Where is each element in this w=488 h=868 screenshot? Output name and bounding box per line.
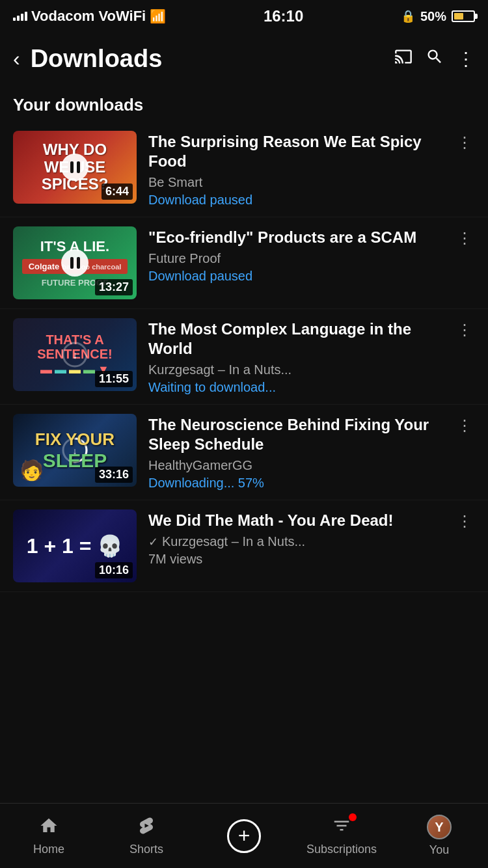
item-status-spicy: Download paused	[148, 193, 442, 208]
thumbnail-eco[interactable]: IT'S A LIE. Colgate bamboo charcoal FUTU…	[13, 226, 137, 299]
time-display: 16:10	[264, 7, 303, 25]
signal-icon	[13, 12, 27, 21]
shorts-icon	[137, 816, 156, 839]
add-icon: +	[227, 819, 261, 853]
item-info-eco: "Eco-friendly" Products are a SCAM Futur…	[148, 226, 442, 284]
thumbnail-language[interactable]: THAT'S A SENTENCE! ▬ ▬ ▬ ▬ ▼ ↓ 11:55	[13, 318, 137, 391]
item-channel-spicy: Be Smart	[148, 175, 442, 190]
download-item-spicy: WHY DOWE USESPICES? 6:44 The Surprising …	[0, 122, 488, 217]
item-menu-sleep[interactable]: ⋮	[454, 414, 475, 437]
thumbnail-spicy[interactable]: WHY DOWE USESPICES? 6:44	[13, 131, 137, 204]
item-status-math: 7M views	[148, 552, 442, 567]
duration-math: 10:16	[95, 562, 133, 578]
item-menu-spicy[interactable]: ⋮	[454, 131, 475, 154]
item-info-sleep: The Neuroscience Behind Fixing Your Slee…	[148, 414, 442, 491]
pause-button-eco[interactable]	[61, 249, 88, 277]
item-channel-language: Kurzgesagt – In a Nuts...	[148, 362, 442, 377]
item-channel-eco: Future Proof	[148, 251, 442, 266]
status-right: 🔒 50%	[401, 9, 475, 24]
item-menu-eco[interactable]: ⋮	[454, 226, 475, 250]
download-list: WHY DOWE USESPICES? 6:44 The Surprising …	[0, 122, 488, 657]
nav-subscriptions-label: Subscriptions	[306, 843, 377, 856]
search-button[interactable]	[426, 47, 444, 70]
header-icons: ⋮	[394, 47, 475, 70]
lock-icon: 🔒	[401, 9, 415, 23]
header: ‹ Downloads ⋮	[0, 33, 488, 85]
user-avatar: Y	[427, 815, 452, 839]
nav-you[interactable]: Y You	[390, 804, 488, 868]
item-menu-language[interactable]: ⋮	[454, 318, 475, 342]
status-bar: Vodacom VoWiFi 📶 16:10 🔒 50%	[0, 0, 488, 33]
nav-home-label: Home	[33, 843, 64, 856]
item-title-math: We Did The Math - You Are Dead!	[148, 511, 442, 530]
item-title-language: The Most Complex Language in the World	[148, 319, 442, 359]
verified-icon: ✓	[148, 535, 158, 549]
carrier-label: Vodacom VoWiFi	[31, 8, 146, 25]
nav-home[interactable]: Home	[0, 804, 98, 868]
item-menu-math[interactable]: ⋮	[454, 509, 475, 533]
duration-eco: 13:27	[95, 279, 133, 295]
pause-button-spicy[interactable]	[61, 154, 88, 181]
page-title: Downloads	[31, 45, 394, 73]
back-button[interactable]: ‹	[13, 47, 20, 71]
wifi-icon: 📶	[150, 8, 166, 24]
item-status-eco: Download paused	[148, 269, 442, 284]
more-options-button[interactable]: ⋮	[457, 48, 475, 70]
nav-subscriptions[interactable]: Subscriptions	[293, 804, 390, 868]
item-channel-math: ✓ Kurzgesagt – In a Nuts...	[148, 534, 442, 549]
nav-shorts[interactable]: Shorts	[98, 804, 195, 868]
battery-icon	[452, 10, 475, 22]
download-item-eco: IT'S A LIE. Colgate bamboo charcoal FUTU…	[0, 217, 488, 309]
nav-you-label: You	[429, 843, 449, 857]
download-item-sleep: FIX YOUR SLEEP 🧑 ↓ 33:16 The Neuroscienc…	[0, 405, 488, 500]
svg-text:↓: ↓	[72, 349, 77, 360]
battery-percent: 50%	[420, 9, 446, 24]
cast-button[interactable]	[394, 47, 413, 70]
item-title-sleep: The Neuroscience Behind Fixing Your Slee…	[148, 415, 442, 454]
item-info-language: The Most Complex Language in the World K…	[148, 318, 442, 395]
nav-add[interactable]: +	[195, 804, 293, 868]
download-circle-language: ↓	[61, 341, 88, 368]
section-title: Your downloads	[0, 85, 488, 122]
subscriptions-icon	[332, 816, 351, 839]
download-item-math: 1 + 1 = 💀 10:16 We Did The Math - You Ar…	[0, 500, 488, 592]
status-left: Vodacom VoWiFi 📶	[13, 8, 166, 25]
item-info-spicy: The Surprising Reason We Eat Spicy Food …	[148, 131, 442, 208]
item-title-eco: "Eco-friendly" Products are a SCAM	[148, 228, 442, 247]
thumbnail-sleep[interactable]: FIX YOUR SLEEP 🧑 ↓ 33:16	[13, 414, 137, 487]
item-title-spicy: The Surprising Reason We Eat Spicy Food	[148, 132, 442, 171]
duration-spicy: 6:44	[102, 183, 133, 200]
duration-language: 11:55	[95, 371, 133, 387]
subscriptions-badge	[349, 813, 357, 821]
thumbnail-math[interactable]: 1 + 1 = 💀 10:16	[13, 509, 137, 582]
download-item-language: THAT'S A SENTENCE! ▬ ▬ ▬ ▬ ▼ ↓ 11:55	[0, 309, 488, 405]
item-status-sleep: Downloading... 57%	[148, 476, 442, 491]
item-status-language: Waiting to download...	[148, 380, 442, 395]
item-channel-sleep: HealthyGamerGG	[148, 458, 442, 473]
nav-shorts-label: Shorts	[129, 843, 163, 856]
bottom-nav: Home Shorts + Subscriptions Y You	[0, 803, 488, 868]
item-info-math: We Did The Math - You Are Dead! ✓ Kurzge…	[148, 509, 442, 567]
home-icon	[39, 816, 59, 839]
